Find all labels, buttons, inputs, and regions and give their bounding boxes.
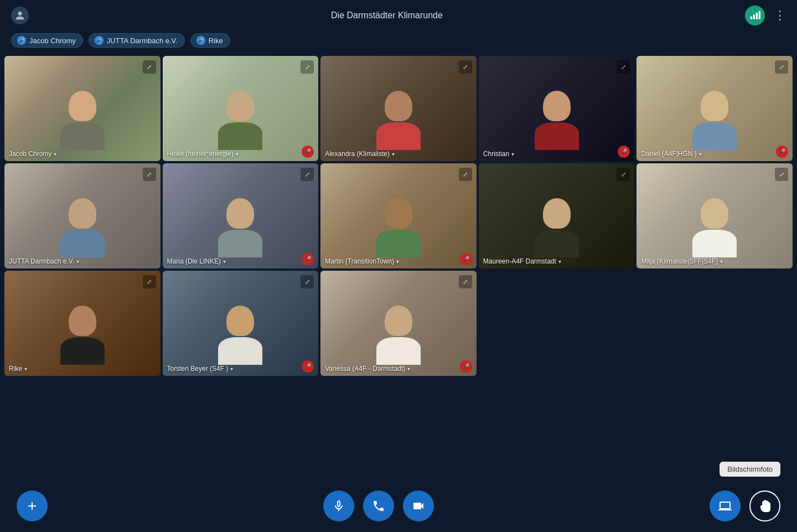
camera-button[interactable]	[403, 490, 434, 521]
cell-name-heike: Heike (heiner*energie) ▾	[167, 150, 239, 158]
video-cell-torsten[interactable]: ⤢ Torsten Beyer (S4F ) ▾ 🎤	[163, 271, 319, 376]
expand-btn-daniel[interactable]: ⤢	[775, 60, 788, 74]
cell-name-maria: Maria (Die LINKE) ▾	[167, 257, 226, 265]
video-cell-heike[interactable]: ⤢ Heike (heiner*energie) ▾ 🎤	[163, 56, 319, 161]
speaker-pill-rike[interactable]: 🎤 Rike	[190, 33, 230, 48]
screen-share-button[interactable]	[710, 490, 741, 521]
expand-btn-heike[interactable]: ⤢	[301, 60, 314, 74]
expand-btn-christian[interactable]: ⤢	[617, 60, 630, 74]
mic-dot-rike: 🎤	[196, 36, 205, 45]
cell-name-jacob: Jacob Chromy ▾	[9, 150, 56, 158]
meeting-title: Die Darmstädter Klimarunde	[331, 11, 443, 20]
mic-button[interactable]	[323, 490, 354, 521]
cell-name-rike: Rike ▾	[9, 365, 27, 373]
expand-btn-alexandra[interactable]: ⤢	[459, 60, 472, 74]
muted-mic-daniel: 🎤	[776, 146, 788, 158]
top-bar: Die Darmstädter Klimarunde ⋮	[0, 0, 797, 30]
expand-btn-martin[interactable]: ⤢	[459, 168, 472, 181]
cell-name-daniel: Daniel (A4F|HGN ) ▾	[641, 150, 701, 158]
cell-name-mitja: Mitja (Klimaliste|SFF|S4F) ▾	[641, 257, 723, 265]
speaker-pill-jacob[interactable]: 🎤 Jacob Chromy	[11, 33, 83, 48]
muted-mic-martin: 🎤	[460, 253, 472, 265]
signal-strength-icon[interactable]	[745, 6, 765, 25]
svg-rect-3	[759, 11, 760, 19]
bottom-center-controls	[323, 490, 434, 521]
more-options-icon[interactable]: ⋮	[774, 8, 786, 23]
video-cell-jutta[interactable]: ⤢ JUTTA Darmbach e.V. ▾	[4, 163, 161, 268]
expand-btn-torsten[interactable]: ⤢	[301, 275, 314, 288]
video-cell-vanessa[interactable]: ⤢ Vanessa (A4F - Darmstadt) ▾ 🎤	[320, 271, 477, 376]
speaker-name-jutta: JUTTA Darmbach e.V.	[107, 37, 178, 45]
cell-name-alexandra: Alexandra (Klimaliste) ▾	[325, 150, 395, 158]
bottom-right-controls	[710, 490, 780, 521]
muted-mic-vanessa: 🎤	[460, 360, 472, 373]
cell-name-maureen: Maureen-A4F Darmstadt ▾	[483, 257, 561, 265]
top-bar-left	[11, 7, 29, 24]
speaker-name-jacob: Jacob Chromy	[29, 37, 76, 45]
video-grid: ⤢ Jacob Chromy ▾ ⤢ Heike (heiner*energie…	[2, 54, 795, 378]
top-bar-right: ⋮	[745, 6, 786, 25]
video-grid-container: ⤢ Jacob Chromy ▾ ⤢ Heike (heiner*energie…	[0, 54, 797, 479]
bottom-bar	[0, 479, 797, 532]
raise-hand-button[interactable]	[749, 490, 780, 521]
video-cell-christian[interactable]: ⤢ Christian ▾ 🎤	[479, 56, 635, 161]
speaker-name-rike: Rike	[209, 37, 223, 45]
expand-btn-mitja[interactable]: ⤢	[775, 168, 788, 181]
svg-rect-2	[756, 13, 758, 19]
speaker-pill-jutta[interactable]: 🎤 JUTTA Darmbach e.V.	[89, 33, 185, 48]
empty-cell-1	[479, 271, 635, 376]
expand-btn-rike[interactable]: ⤢	[143, 275, 156, 288]
phone-button[interactable]	[363, 490, 394, 521]
video-cell-mitja[interactable]: ⤢ Mitja (Klimaliste|SFF|S4F) ▾	[636, 163, 793, 268]
svg-rect-1	[753, 14, 755, 19]
video-cell-rike[interactable]: ⤢ Rike ▾	[4, 271, 161, 376]
cell-name-vanessa: Vanessa (A4F - Darmstadt) ▾	[325, 365, 410, 373]
screenshot-tooltip: Bildschirmfoto	[720, 462, 780, 477]
expand-btn-jacob[interactable]: ⤢	[143, 60, 156, 74]
expand-btn-maureen[interactable]: ⤢	[617, 168, 630, 181]
cell-name-martin: Martin (TransitionTown) ▾	[325, 257, 399, 265]
video-cell-maureen[interactable]: ⤢ Maureen-A4F Darmstadt ▾	[479, 163, 635, 268]
video-cell-maria[interactable]: ⤢ Maria (Die LINKE) ▾ 🎤	[163, 163, 319, 268]
video-cell-martin[interactable]: ⤢ Martin (TransitionTown) ▾ 🎤	[320, 163, 477, 268]
video-cell-daniel[interactable]: ⤢ Daniel (A4F|HGN ) ▾ 🎤	[636, 56, 793, 161]
cell-name-christian: Christian ▾	[483, 150, 514, 158]
expand-btn-jutta[interactable]: ⤢	[143, 168, 156, 181]
video-cell-jacob[interactable]: ⤢ Jacob Chromy ▾	[4, 56, 161, 161]
user-avatar[interactable]	[11, 7, 29, 24]
add-button[interactable]	[17, 490, 48, 521]
expand-btn-maria[interactable]: ⤢	[301, 168, 314, 181]
expand-btn-vanessa[interactable]: ⤢	[459, 275, 472, 288]
video-cell-alexandra[interactable]: ⤢ Alexandra (Klimaliste) ▾	[320, 56, 477, 161]
speakers-bar: 🎤 Jacob Chromy 🎤 JUTTA Darmbach e.V. 🎤 R…	[0, 30, 797, 54]
cell-name-torsten: Torsten Beyer (S4F ) ▾	[167, 365, 234, 373]
svg-rect-0	[751, 16, 752, 19]
cell-name-jutta: JUTTA Darmbach e.V. ▾	[9, 257, 79, 265]
empty-cell-2	[636, 271, 793, 376]
bottom-left-controls	[17, 490, 48, 521]
mic-dot-jutta: 🎤	[95, 36, 103, 45]
mic-dot-jacob: 🎤	[17, 36, 26, 45]
